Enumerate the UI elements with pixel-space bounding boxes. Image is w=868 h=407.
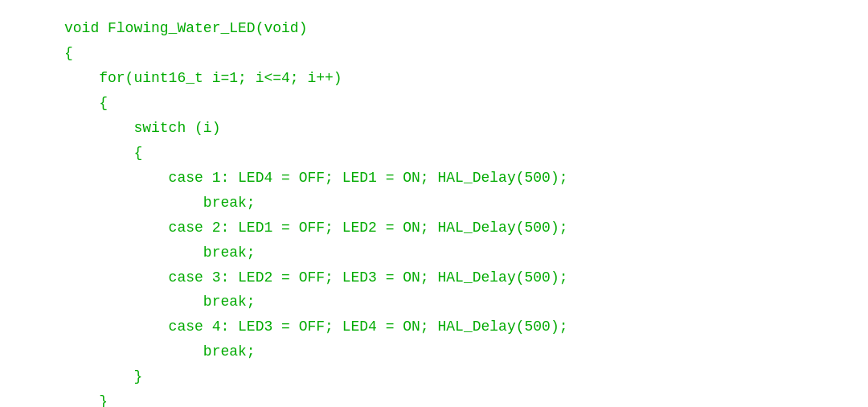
code-content: void Flowing_Water_LED(void) { for(uint1… xyxy=(64,16,568,407)
code-block: void Flowing_Water_LED(void) { for(uint1… xyxy=(0,0,868,407)
